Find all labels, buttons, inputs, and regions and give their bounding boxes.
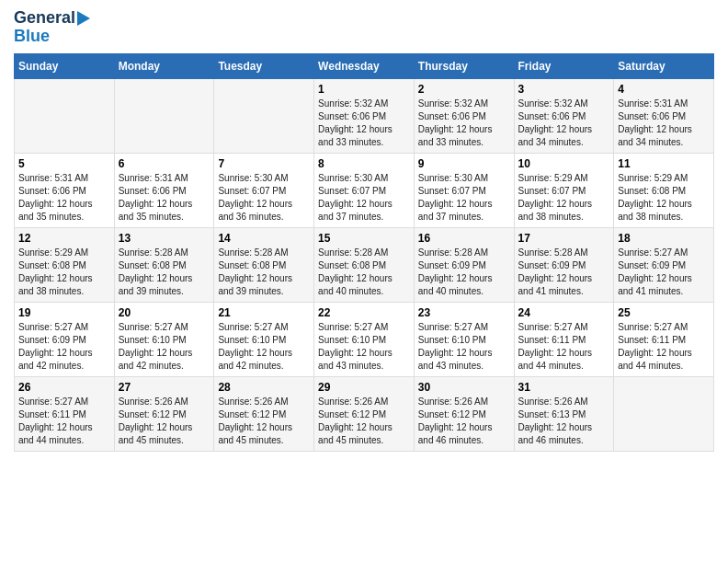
day-info: Sunrise: 5:31 AM Sunset: 6:06 PM Dayligh… [618,98,710,149]
calendar-cell: 27Sunrise: 5:26 AM Sunset: 6:12 PM Dayli… [114,376,214,451]
day-number: 15 [318,232,410,245]
header-friday: Friday [514,53,614,78]
calendar-cell: 29Sunrise: 5:26 AM Sunset: 6:12 PM Dayli… [314,376,415,451]
header-monday: Monday [114,53,214,78]
calendar-cell: 25Sunrise: 5:27 AM Sunset: 6:11 PM Dayli… [614,302,714,376]
day-info: Sunrise: 5:28 AM Sunset: 6:08 PM Dayligh… [318,247,410,298]
day-number: 16 [418,232,510,245]
day-number: 9 [418,157,510,170]
day-number: 29 [318,381,410,394]
calendar-cell: 3Sunrise: 5:32 AM Sunset: 6:06 PM Daylig… [514,78,614,153]
day-number: 21 [218,306,310,319]
day-info: Sunrise: 5:26 AM Sunset: 6:12 PM Dayligh… [218,396,310,447]
day-info: Sunrise: 5:28 AM Sunset: 6:08 PM Dayligh… [119,247,210,298]
day-info: Sunrise: 5:27 AM Sunset: 6:10 PM Dayligh… [318,321,410,373]
day-number: 26 [18,381,110,394]
calendar-cell: 21Sunrise: 5:27 AM Sunset: 6:10 PM Dayli… [214,302,314,376]
calendar-cell: 12Sunrise: 5:29 AM Sunset: 6:08 PM Dayli… [15,227,115,302]
day-number: 7 [218,157,310,170]
day-info: Sunrise: 5:27 AM Sunset: 6:09 PM Dayligh… [18,321,110,373]
calendar-cell: 8Sunrise: 5:30 AM Sunset: 6:07 PM Daylig… [314,153,415,227]
day-number: 8 [318,157,410,170]
day-info: Sunrise: 5:32 AM Sunset: 6:06 PM Dayligh… [318,98,410,149]
calendar-cell: 24Sunrise: 5:27 AM Sunset: 6:11 PM Dayli… [514,302,614,376]
header-thursday: Thursday [414,53,514,78]
day-info: Sunrise: 5:26 AM Sunset: 6:13 PM Dayligh… [518,396,610,447]
calendar-cell: 1Sunrise: 5:32 AM Sunset: 6:06 PM Daylig… [314,78,415,153]
calendar-cell: 31Sunrise: 5:26 AM Sunset: 6:13 PM Dayli… [514,376,614,451]
calendar-cell: 28Sunrise: 5:26 AM Sunset: 6:12 PM Dayli… [214,376,314,451]
calendar-cell [614,376,714,451]
calendar-cell [214,78,314,153]
day-number: 4 [618,83,710,96]
calendar-cell: 6Sunrise: 5:31 AM Sunset: 6:06 PM Daylig… [114,153,214,227]
day-number: 10 [518,157,610,170]
day-info: Sunrise: 5:30 AM Sunset: 6:07 PM Dayligh… [418,172,510,224]
calendar-week-3: 12Sunrise: 5:29 AM Sunset: 6:08 PM Dayli… [15,227,714,302]
calendar-cell: 5Sunrise: 5:31 AM Sunset: 6:06 PM Daylig… [15,153,115,227]
calendar-cell [114,78,214,153]
page-header: General Blue [14,9,714,46]
day-number: 27 [119,381,210,394]
calendar-cell: 14Sunrise: 5:28 AM Sunset: 6:08 PM Dayli… [214,227,314,302]
calendar-cell: 19Sunrise: 5:27 AM Sunset: 6:09 PM Dayli… [15,302,115,376]
day-info: Sunrise: 5:26 AM Sunset: 6:12 PM Dayligh… [418,396,510,447]
calendar-cell: 16Sunrise: 5:28 AM Sunset: 6:09 PM Dayli… [414,227,514,302]
calendar-cell: 13Sunrise: 5:28 AM Sunset: 6:08 PM Dayli… [114,227,214,302]
day-info: Sunrise: 5:32 AM Sunset: 6:06 PM Dayligh… [418,98,510,149]
day-info: Sunrise: 5:26 AM Sunset: 6:12 PM Dayligh… [318,396,410,447]
calendar-table: SundayMondayTuesdayWednesdayThursdayFrid… [14,53,714,452]
calendar-cell: 15Sunrise: 5:28 AM Sunset: 6:08 PM Dayli… [314,227,415,302]
day-number: 18 [618,232,710,245]
day-info: Sunrise: 5:27 AM Sunset: 6:10 PM Dayligh… [218,321,310,373]
day-number: 11 [618,157,710,170]
day-number: 25 [618,306,710,319]
day-number: 5 [18,157,110,170]
day-info: Sunrise: 5:29 AM Sunset: 6:07 PM Dayligh… [518,172,610,224]
day-info: Sunrise: 5:29 AM Sunset: 6:08 PM Dayligh… [18,247,110,298]
day-info: Sunrise: 5:27 AM Sunset: 6:11 PM Dayligh… [518,321,610,373]
day-info: Sunrise: 5:27 AM Sunset: 6:10 PM Dayligh… [418,321,510,373]
calendar-cell: 2Sunrise: 5:32 AM Sunset: 6:06 PM Daylig… [414,78,514,153]
day-info: Sunrise: 5:27 AM Sunset: 6:11 PM Dayligh… [618,321,710,373]
day-info: Sunrise: 5:28 AM Sunset: 6:09 PM Dayligh… [418,247,510,298]
logo-blue: Blue [14,28,50,46]
day-number: 28 [218,381,310,394]
calendar-cell: 4Sunrise: 5:31 AM Sunset: 6:06 PM Daylig… [614,78,714,153]
logo-arrow-icon [77,11,90,26]
header-tuesday: Tuesday [214,53,314,78]
calendar-cell: 7Sunrise: 5:30 AM Sunset: 6:07 PM Daylig… [214,153,314,227]
day-info: Sunrise: 5:26 AM Sunset: 6:12 PM Dayligh… [119,396,210,447]
day-info: Sunrise: 5:30 AM Sunset: 6:07 PM Dayligh… [318,172,410,224]
day-number: 3 [518,83,610,96]
calendar-cell: 30Sunrise: 5:26 AM Sunset: 6:12 PM Dayli… [414,376,514,451]
day-number: 2 [418,83,510,96]
day-info: Sunrise: 5:27 AM Sunset: 6:11 PM Dayligh… [18,396,110,447]
calendar-cell: 11Sunrise: 5:29 AM Sunset: 6:08 PM Dayli… [614,153,714,227]
day-number: 19 [18,306,110,319]
day-info: Sunrise: 5:30 AM Sunset: 6:07 PM Dayligh… [218,172,310,224]
day-number: 31 [518,381,610,394]
calendar-cell: 22Sunrise: 5:27 AM Sunset: 6:10 PM Dayli… [314,302,415,376]
day-info: Sunrise: 5:27 AM Sunset: 6:10 PM Dayligh… [119,321,210,373]
calendar-cell: 18Sunrise: 5:27 AM Sunset: 6:09 PM Dayli… [614,227,714,302]
header-sunday: Sunday [15,53,115,78]
calendar-cell: 23Sunrise: 5:27 AM Sunset: 6:10 PM Dayli… [414,302,514,376]
calendar-cell: 20Sunrise: 5:27 AM Sunset: 6:10 PM Dayli… [114,302,214,376]
day-number: 22 [318,306,410,319]
calendar-cell [15,78,115,153]
day-number: 6 [119,157,210,170]
header-wednesday: Wednesday [314,53,415,78]
day-info: Sunrise: 5:28 AM Sunset: 6:08 PM Dayligh… [218,247,310,298]
header-saturday: Saturday [614,53,714,78]
day-info: Sunrise: 5:32 AM Sunset: 6:06 PM Dayligh… [518,98,610,149]
calendar-header-row: SundayMondayTuesdayWednesdayThursdayFrid… [15,53,714,78]
calendar-week-4: 19Sunrise: 5:27 AM Sunset: 6:09 PM Dayli… [15,302,714,376]
day-info: Sunrise: 5:29 AM Sunset: 6:08 PM Dayligh… [618,172,710,224]
day-number: 17 [518,232,610,245]
day-info: Sunrise: 5:31 AM Sunset: 6:06 PM Dayligh… [119,172,210,224]
calendar-cell: 9Sunrise: 5:30 AM Sunset: 6:07 PM Daylig… [414,153,514,227]
calendar-week-2: 5Sunrise: 5:31 AM Sunset: 6:06 PM Daylig… [15,153,714,227]
day-info: Sunrise: 5:28 AM Sunset: 6:09 PM Dayligh… [518,247,610,298]
calendar-week-1: 1Sunrise: 5:32 AM Sunset: 6:06 PM Daylig… [15,78,714,153]
